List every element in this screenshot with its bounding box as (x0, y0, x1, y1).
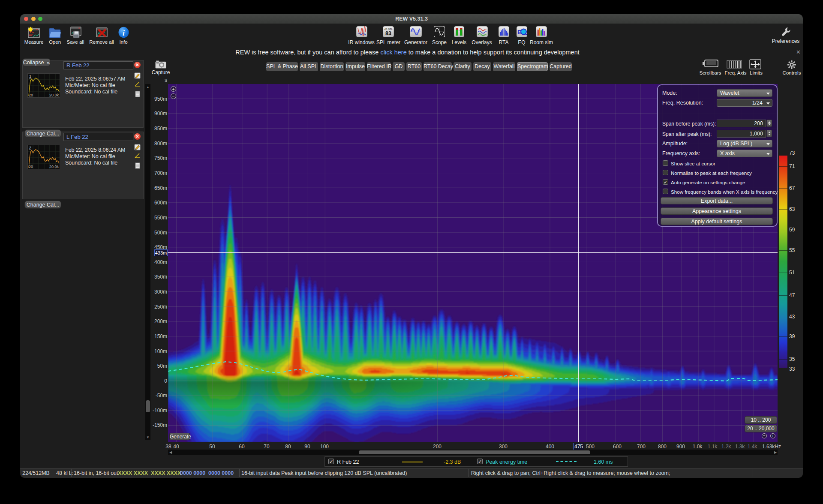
svg-text:dB SPL: dB SPL (384, 28, 393, 30)
svg-text:20.0k: 20.0k (49, 165, 59, 169)
svg-text:2: 2 (29, 146, 31, 150)
svg-text:i: i (123, 28, 125, 37)
svg-text:83: 83 (385, 30, 391, 36)
svg-text:20: 20 (29, 165, 33, 169)
svg-text:1: 1 (29, 74, 31, 78)
svg-text:20.0k: 20.0k (49, 93, 59, 97)
svg-text:20: 20 (29, 93, 33, 97)
